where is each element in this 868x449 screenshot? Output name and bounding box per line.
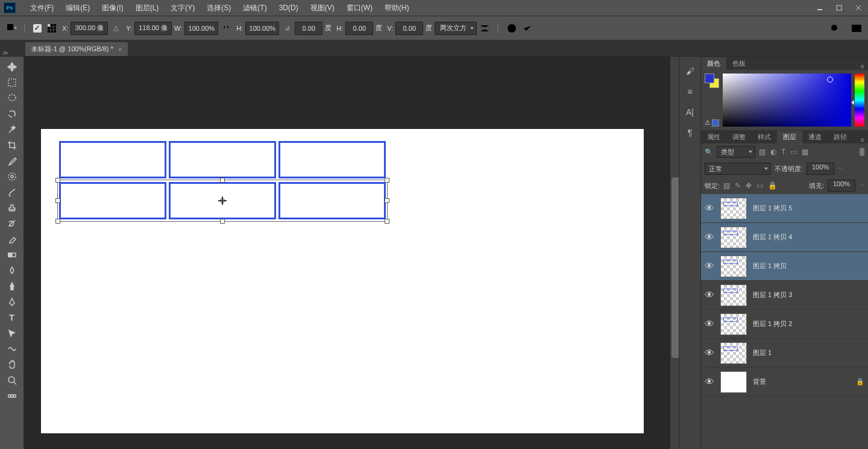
healing-tool[interactable]	[2, 169, 22, 184]
history-brush-tool[interactable]	[2, 216, 22, 231]
menu-item[interactable]: 编辑(E)	[60, 0, 96, 16]
gradient-tool[interactable]	[2, 247, 22, 263]
menu-item[interactable]: 滤镜(T)	[237, 0, 272, 16]
filter-toggle[interactable]	[860, 148, 864, 156]
menu-item[interactable]: 窗口(W)	[341, 0, 379, 16]
lock-all-icon[interactable]: 🔒	[768, 181, 777, 190]
y-input[interactable]	[134, 22, 172, 35]
layer-row[interactable]: 👁背景🔒	[701, 368, 868, 397]
tab-color[interactable]: 颜色	[701, 57, 726, 70]
filter-pixel-icon[interactable]: ▧	[759, 148, 766, 156]
lock-position-icon[interactable]: ✥	[746, 181, 752, 190]
handle-nw[interactable]	[55, 178, 60, 183]
panel-menu-icon[interactable]: ≡	[857, 63, 868, 70]
menu-item[interactable]: 视图(V)	[304, 0, 341, 16]
stamp-tool[interactable]	[2, 200, 22, 216]
menu-item[interactable]: 文件(F)	[24, 0, 60, 16]
tab-swatches[interactable]: 色板	[726, 57, 752, 70]
tab-layers[interactable]: 图层	[777, 131, 802, 143]
visibility-toggle[interactable]: 👁	[705, 232, 714, 243]
menu-item[interactable]: 选择(S)	[201, 0, 237, 16]
angle-input[interactable]	[295, 22, 322, 35]
minimize-button[interactable]	[810, 0, 829, 16]
workspace-icon[interactable]	[850, 22, 863, 35]
path-select-tool[interactable]	[2, 325, 22, 341]
hue-arrow-icon[interactable]	[851, 100, 854, 105]
opacity-input[interactable]: 100%	[807, 163, 834, 175]
tab-paths[interactable]: 路径	[828, 131, 853, 143]
edit-toolbar-button[interactable]	[2, 388, 22, 404]
commit-transform-button[interactable]	[521, 22, 534, 35]
layer-row[interactable]: 👁图层 1 拷贝 4	[701, 223, 868, 252]
delta-icon[interactable]: △	[109, 22, 122, 35]
menu-item[interactable]: 图层(L)	[130, 0, 165, 16]
brushes-panel-icon[interactable]: 🖌	[686, 66, 694, 76]
visibility-toggle[interactable]: 👁	[705, 203, 714, 214]
layer-thumbnail[interactable]	[720, 284, 747, 306]
chevron-down-icon[interactable]: ﹀	[838, 165, 843, 173]
h-input[interactable]	[245, 22, 279, 35]
canvas-area[interactable]	[24, 57, 679, 449]
blend-mode-dropdown[interactable]: 正常	[705, 163, 771, 175]
handle-se[interactable]	[385, 219, 389, 224]
websafe-swatch[interactable]	[712, 119, 719, 127]
menu-item[interactable]: 图像(I)	[96, 0, 129, 16]
layer-thumbnail[interactable]	[720, 313, 747, 335]
canvas[interactable]	[41, 129, 644, 433]
lasso-tool[interactable]	[2, 90, 22, 106]
type-tool[interactable]: T	[2, 310, 22, 325]
layer-row[interactable]: 👁图层 1 拷贝 5	[701, 194, 868, 223]
layer-thumbnail[interactable]	[720, 371, 747, 393]
marquee-tool[interactable]	[2, 75, 22, 90]
magic-wand-tool[interactable]	[2, 122, 22, 137]
handle-ne[interactable]	[385, 178, 389, 183]
layer-row[interactable]: 👁图层 1	[701, 339, 868, 368]
lock-paint-icon[interactable]: ✎	[735, 181, 741, 190]
layer-row[interactable]: 👁图层 1 拷贝 3	[701, 281, 868, 310]
visibility-toggle[interactable]: 👁	[705, 319, 714, 330]
vertical-scrollbar[interactable]	[670, 57, 679, 449]
close-button[interactable]	[849, 0, 868, 16]
menu-item[interactable]: 3D(D)	[273, 0, 304, 16]
tab-channels[interactable]: 通道	[802, 131, 828, 143]
gamut-warning-icon[interactable]: ⚠	[705, 119, 719, 127]
visibility-toggle[interactable]: 👁	[705, 348, 714, 359]
panel-menu-icon[interactable]: ≡	[857, 136, 868, 143]
reference-point-icon[interactable]	[218, 196, 227, 205]
tab-adjustments[interactable]: 调整	[726, 131, 752, 143]
filter-adjust-icon[interactable]: ◐	[770, 148, 776, 156]
paragraph-panel-icon[interactable]: ¶	[688, 128, 693, 137]
warp-icon[interactable]	[478, 22, 491, 35]
color-picker-ring[interactable]	[827, 77, 833, 83]
link-icon[interactable]	[219, 22, 233, 35]
layer-thumbnail[interactable]	[720, 342, 747, 364]
fg-bg-swatch[interactable]	[705, 74, 719, 88]
handle-s[interactable]	[220, 219, 225, 224]
character-panel-icon[interactable]: A|	[686, 107, 694, 117]
pen-tool[interactable]	[2, 294, 22, 310]
layer-thumbnail[interactable]	[720, 256, 747, 277]
chevron-down-icon[interactable]: ﹀	[859, 182, 864, 190]
vskew-input[interactable]	[395, 22, 423, 35]
handle-n[interactable]	[220, 178, 225, 183]
x-input[interactable]	[71, 22, 108, 35]
filter-type-dropdown[interactable]: 类型	[717, 146, 755, 158]
menu-item[interactable]: 文字(Y)	[165, 0, 201, 16]
visibility-toggle[interactable]: 👁	[705, 377, 714, 388]
adjustments-panel-icon[interactable]: ≡	[687, 87, 692, 96]
lock-transparent-icon[interactable]: ▧	[723, 181, 730, 190]
zoom-tool[interactable]	[2, 372, 22, 388]
color-field[interactable]	[723, 74, 851, 127]
brush-tool[interactable]	[2, 184, 22, 200]
filter-type-icon[interactable]: T	[781, 148, 785, 156]
transform-bounding-box[interactable]	[57, 180, 388, 222]
fill-input[interactable]: 100%	[828, 180, 855, 192]
quick-select-tool[interactable]	[2, 106, 22, 122]
layer-thumbnail[interactable]	[720, 198, 747, 219]
close-tab-button[interactable]: ×	[118, 46, 122, 53]
menu-item[interactable]: 帮助(H)	[379, 0, 415, 16]
visibility-toggle[interactable]: 👁	[705, 290, 714, 301]
reference-toggle[interactable]	[33, 24, 42, 33]
document-tab[interactable]: 未标题-1 @ 100%(RGB/8) * ×	[25, 42, 128, 56]
eraser-tool[interactable]	[2, 231, 22, 247]
